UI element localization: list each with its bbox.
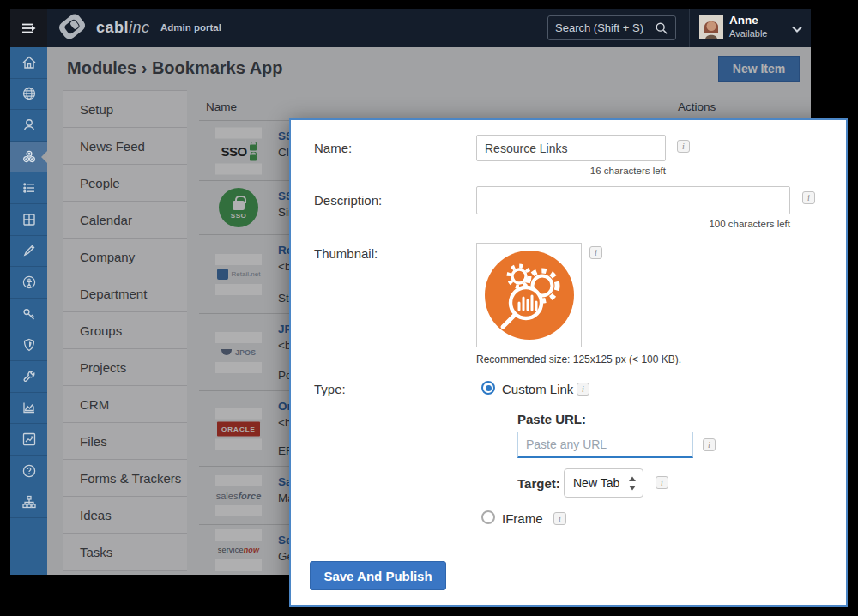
sidebar-item-security[interactable] xyxy=(10,329,47,361)
save-and-publish-button[interactable]: Save And Publish xyxy=(310,561,446,590)
name-chars-left: 16 characters left xyxy=(476,166,666,176)
name-input[interactable] xyxy=(476,135,666,161)
hamburger-arrow-icon xyxy=(20,20,39,37)
wrench-icon xyxy=(21,368,38,385)
thumbnail-label: Thumbnail: xyxy=(314,246,378,261)
sidebar-item-reports[interactable] xyxy=(10,393,47,425)
iframe-info-icon[interactable]: i xyxy=(553,512,566,525)
sidebar-item-branding[interactable] xyxy=(10,236,47,268)
home-icon xyxy=(21,54,38,71)
key-icon xyxy=(21,305,38,323)
sidebar-item-intranet[interactable] xyxy=(10,79,47,111)
description-info-icon[interactable]: i xyxy=(802,191,815,204)
person-icon xyxy=(21,117,38,134)
iframe-radio[interactable] xyxy=(481,510,495,524)
sidebar-item-help[interactable] xyxy=(10,456,47,487)
sidebar-item-home[interactable] xyxy=(10,47,47,79)
description-chars-left: 100 characters left xyxy=(476,219,790,229)
sidebar-item-lists[interactable] xyxy=(10,172,47,204)
paste-url-label: Paste URL: xyxy=(517,412,586,426)
select-stepper-arrows-icon xyxy=(628,475,637,494)
user-menu-chevron-down-icon[interactable] xyxy=(791,21,803,37)
sidebar-item-accessibility[interactable] xyxy=(10,267,47,299)
sidebar-item-access-keys[interactable] xyxy=(10,299,47,330)
name-label: Name: xyxy=(314,141,352,155)
target-selected-value: New Tab xyxy=(573,476,619,490)
paintbrush-icon xyxy=(21,242,38,259)
user-name: Anne xyxy=(729,14,767,27)
user-status: Available xyxy=(729,28,767,39)
topbar-divider xyxy=(689,9,690,47)
sidebar-item-modules[interactable] xyxy=(10,142,47,173)
new-bookmark-modal: Name: i 16 characters left Description: … xyxy=(289,118,848,607)
avatar-photo-icon xyxy=(699,15,723,39)
modules-icon xyxy=(21,148,38,166)
sidebar-item-sitemap[interactable] xyxy=(10,486,47,518)
target-select[interactable]: New Tab xyxy=(564,468,644,498)
custom-link-radio[interactable] xyxy=(481,381,495,395)
cable-logo-icon xyxy=(55,12,93,45)
line-chart-icon xyxy=(21,431,38,448)
thumbnail-info-icon[interactable]: i xyxy=(589,246,602,259)
custom-link-info-icon[interactable]: i xyxy=(577,383,589,396)
search-input[interactable]: Search (Shift + S) xyxy=(547,15,676,40)
help-icon xyxy=(21,462,38,480)
search-placeholder: Search (Shift + S) xyxy=(555,21,655,34)
thumbnail-gears-magnifier-icon xyxy=(484,250,575,341)
area-chart-icon xyxy=(21,399,38,416)
target-label: Target: xyxy=(517,476,560,491)
thumbnail-caption: Recommended size: 125x125 px (< 100 KB). xyxy=(476,353,681,365)
globe-icon xyxy=(21,85,38,102)
sidebar-item-people[interactable] xyxy=(10,110,47,142)
type-label: Type: xyxy=(314,382,346,396)
search-icon xyxy=(655,21,668,35)
icon-sidebar xyxy=(10,47,47,575)
avatar[interactable] xyxy=(699,15,723,39)
top-bar: cablinc Admin portal Search (Shift + S) … xyxy=(10,9,811,47)
thumbnail-upload[interactable] xyxy=(476,243,582,347)
brand-logo[interactable]: cablinc xyxy=(55,9,150,47)
shield-icon xyxy=(21,336,38,353)
portal-subtitle: Admin portal xyxy=(160,22,221,33)
custom-link-label[interactable]: Custom Link xyxy=(502,382,573,396)
name-info-icon[interactable]: i xyxy=(677,140,690,153)
target-info-icon[interactable]: i xyxy=(656,476,668,489)
description-input[interactable] xyxy=(476,186,790,214)
accessibility-icon xyxy=(21,274,38,291)
paste-url-info-icon[interactable]: i xyxy=(703,438,716,451)
user-menu[interactable]: Anne Available xyxy=(729,14,767,39)
description-label: Description: xyxy=(314,193,382,208)
sidebar-item-analytics[interactable] xyxy=(10,424,47,456)
list-icon xyxy=(21,179,38,196)
paste-url-input[interactable] xyxy=(517,432,693,458)
sitemap-icon xyxy=(21,493,38,510)
sidebar-item-apps-grid[interactable] xyxy=(10,204,47,236)
iframe-label[interactable]: IFrame xyxy=(502,511,543,526)
grid-icon xyxy=(21,211,38,228)
brand-name: cablinc xyxy=(96,19,150,37)
menu-toggle-button[interactable] xyxy=(10,9,47,47)
sidebar-item-tools[interactable] xyxy=(10,361,47,393)
